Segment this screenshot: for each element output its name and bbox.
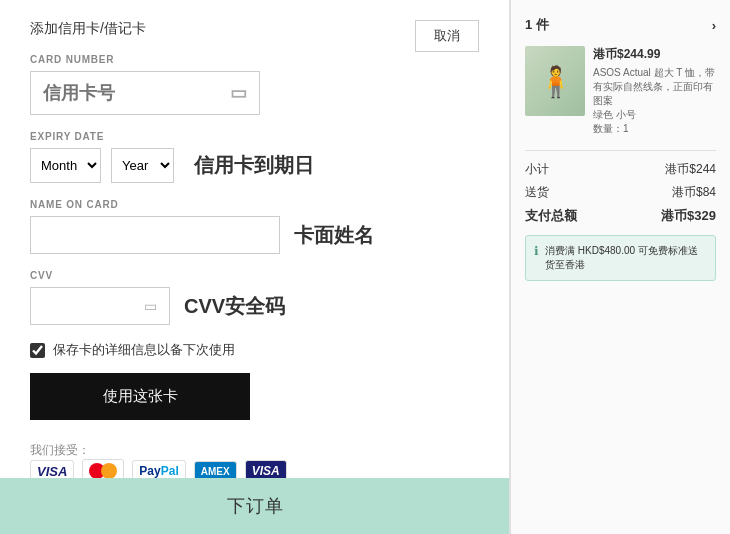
accepted-label: 我们接受： <box>30 443 90 457</box>
shipping-row: 送货 港币$84 <box>525 184 716 201</box>
name-hint-text: 卡面姓名 <box>294 222 374 249</box>
card-number-field-wrapper: ▭ <box>30 71 260 115</box>
card-number-input[interactable] <box>43 83 203 104</box>
card-number-group: CARD NUMBER ▭ <box>30 54 479 115</box>
accepted-payments: 我们接受： VISA PayPal AMEX VISA <box>30 440 479 483</box>
product-quantity: 数量：1 <box>593 122 716 136</box>
free-shipping-notice: ℹ 消费满 HKD$480.00 可免费标准送货至香港 <box>525 235 716 281</box>
name-input[interactable] <box>30 216 280 254</box>
expiry-label: EXPIRY DATE <box>30 131 479 142</box>
subtotal-value: 港币$244 <box>665 161 716 178</box>
cvv-label: CVV <box>30 270 479 281</box>
product-figure-icon: 🧍 <box>537 64 574 99</box>
order-button[interactable]: 下订单 <box>227 494 284 518</box>
name-group: NAME ON CARD 卡面姓名 <box>30 199 479 254</box>
product-image: 🧍 <box>525 46 585 116</box>
expand-icon[interactable]: › <box>712 18 716 33</box>
credit-card-icon: ▭ <box>230 82 247 104</box>
save-checkbox[interactable] <box>30 343 45 358</box>
info-icon: ℹ <box>534 244 539 272</box>
card-number-label: CARD NUMBER <box>30 54 479 65</box>
expiry-row: Month 010203 040506 070809 101112 Year 2… <box>30 148 479 183</box>
expiry-group: EXPIRY DATE Month 010203 040506 070809 1… <box>30 131 479 183</box>
cvv-card-icon: ▭ <box>144 298 157 314</box>
subtotal-row: 小计 港币$244 <box>525 161 716 178</box>
use-card-button[interactable]: 使用这张卡 <box>30 373 250 420</box>
shipping-label: 送货 <box>525 184 549 201</box>
product-info: 港币$244.99 ASOS Actual 超大 T 恤，带有实际自然线条，正面… <box>593 46 716 136</box>
month-select[interactable]: Month 010203 040506 070809 101112 <box>30 148 101 183</box>
form-title: 添加信用卡/借记卡 <box>30 20 479 38</box>
free-shipping-text: 消费满 HKD$480.00 可免费标准送货至香港 <box>545 244 707 272</box>
cvv-input[interactable] <box>43 298 133 314</box>
cvv-hint-text: CVV安全码 <box>184 293 285 320</box>
order-count-row: 1 件 › <box>525 16 716 34</box>
total-row: 支付总额 港币$329 <box>525 207 716 225</box>
order-count-text: 1 件 <box>525 16 549 34</box>
divider1 <box>525 150 716 151</box>
save-label: 保存卡的详细信息以备下次使用 <box>53 341 235 359</box>
cvv-row: ▭ CVV安全码 <box>30 287 479 325</box>
save-row: 保存卡的详细信息以备下次使用 <box>30 341 479 359</box>
total-value: 港币$329 <box>661 207 716 225</box>
cancel-button[interactable]: 取消 <box>415 20 479 52</box>
right-panel: 1 件 › 🧍 港币$244.99 ASOS Actual 超大 T 恤，带有实… <box>510 0 730 534</box>
subtotal-label: 小计 <box>525 161 549 178</box>
shipping-value: 港币$84 <box>672 184 716 201</box>
cvv-field-wrapper: ▭ <box>30 287 170 325</box>
name-label: NAME ON CARD <box>30 199 479 210</box>
name-row: 卡面姓名 <box>30 216 479 254</box>
order-btn-wrap: 下订单 <box>0 478 510 534</box>
product-desc: ASOS Actual 超大 T 恤，带有实际自然线条，正面印有图案 <box>593 66 716 108</box>
product-color: 绿色 小号 <box>593 108 716 122</box>
product-row: 🧍 港币$244.99 ASOS Actual 超大 T 恤，带有实际自然线条，… <box>525 46 716 136</box>
product-price: 港币$244.99 <box>593 46 716 63</box>
left-panel: 添加信用卡/借记卡 取消 CARD NUMBER ▭ EXPIRY DATE M… <box>0 0 510 534</box>
cvv-group: CVV ▭ CVV安全码 <box>30 270 479 325</box>
year-select[interactable]: Year 202420252026 2027202820292030 <box>111 148 174 183</box>
expiry-hint-text: 信用卡到期日 <box>194 152 314 179</box>
total-label: 支付总额 <box>525 207 577 225</box>
